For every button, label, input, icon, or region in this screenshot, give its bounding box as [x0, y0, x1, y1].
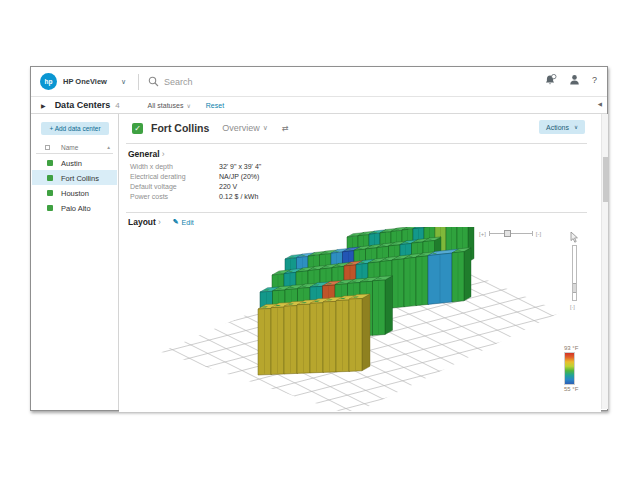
vertical-scrollbar[interactable] — [601, 114, 608, 409]
general-fields: Width x depth32' 9" x 39' 4"Electrical d… — [130, 163, 261, 203]
list-item[interactable]: Fort Collins — [32, 170, 117, 185]
field-row: Electrical deratingNA/JP (20%) — [130, 173, 261, 183]
list-item[interactable]: Houston — [32, 185, 117, 200]
brand-label: HP OneView — [63, 77, 107, 86]
zoom-slider-track[interactable] — [489, 230, 533, 237]
general-section-heading[interactable]: General› — [128, 149, 165, 159]
sidebar: + Add data center Name ▴ AustinFort Coll… — [31, 114, 119, 410]
status-icon — [47, 190, 53, 196]
zoom-slider-handle[interactable] — [504, 230, 511, 237]
help-button[interactable]: ? — [592, 75, 597, 85]
slider-tick — [532, 231, 533, 236]
field-row: Width x depth32' 9" x 39' 4" — [130, 163, 261, 173]
edit-pencil-icon[interactable]: ✎ — [173, 218, 179, 226]
datacenter-name: Fort Collins — [61, 174, 99, 183]
list-item[interactable]: Palo Alto — [32, 200, 117, 215]
legend-min-label: 55 °F — [564, 386, 588, 392]
slider-tick — [489, 231, 490, 236]
sort-arrow-icon[interactable]: ▴ — [107, 144, 110, 150]
field-row: Default voltage220 V — [130, 183, 261, 193]
search-input[interactable]: Search — [164, 77, 193, 87]
layout-section-heading[interactable]: Layout› ✎ Edit — [128, 217, 194, 227]
status-icon — [47, 160, 53, 166]
view-selector-dropdown[interactable]: Overview — [222, 123, 260, 133]
name-column-header[interactable]: Name — [61, 144, 78, 151]
list-header[interactable]: Name ▴ — [36, 141, 113, 154]
chevron-down-icon: ∨ — [186, 102, 190, 109]
field-value: 220 V — [219, 183, 237, 193]
top-bar: hp HP OneView ∨ Search ? — [31, 67, 607, 97]
resource-count: 4 — [115, 101, 119, 110]
cursor-arrow-icon — [570, 232, 579, 243]
general-heading-label: General — [128, 149, 160, 159]
field-row: Power costs0.12 $ / kWh — [130, 193, 261, 203]
brand-menu-chevron-icon[interactable]: ∨ — [121, 78, 126, 86]
temperature-legend: 93 °F 55 °F — [564, 345, 588, 392]
chevron-down-icon: ∨ — [263, 124, 268, 132]
datacenter-name: Houston — [61, 189, 89, 198]
divider — [126, 212, 587, 213]
main-content: ✓ Fort Collins Overview ∨ ⇄ Actions ∨ Ge… — [119, 114, 601, 412]
field-label: Power costs — [130, 193, 219, 203]
status-ok-icon: ✓ — [132, 123, 143, 134]
status-column-icon — [45, 145, 50, 150]
tilt-slider-handle[interactable] — [573, 283, 576, 293]
legend-max-label: 93 °F — [564, 345, 588, 351]
expand-menu-icon[interactable]: ▶ — [41, 102, 46, 109]
hp-logo-icon: hp — [40, 73, 57, 90]
status-icon — [47, 175, 53, 181]
content-header: ✓ Fort Collins Overview ∨ ⇄ — [119, 114, 601, 142]
reset-filter-link[interactable]: Reset — [206, 102, 224, 109]
field-value: NA/JP (20%) — [219, 173, 259, 183]
datacenter-list: AustinFort CollinsHoustonPalo Alto — [32, 155, 117, 215]
app-window: hp HP OneView ∨ Search ? ▶ Data Centers … — [30, 66, 608, 411]
field-label: Width x depth — [130, 163, 219, 173]
collapse-panel-icon[interactable]: ◀ — [598, 101, 602, 107]
datacenter-name: Palo Alto — [61, 204, 91, 213]
map-view-toggle-icon[interactable]: ⇄ — [282, 124, 289, 133]
search-icon — [148, 76, 159, 87]
field-label: Default voltage — [130, 183, 219, 193]
field-value: 32' 9" x 39' 4" — [219, 163, 261, 173]
add-data-center-button[interactable]: + Add data center — [41, 122, 109, 135]
tilt-label: [·] — [570, 304, 575, 310]
filter-bar: ▶ Data Centers 4 All statuses ∨ Reset ◀ — [31, 97, 607, 114]
divider — [138, 74, 139, 90]
scrollbar-thumb[interactable] — [603, 157, 608, 202]
zoom-slider[interactable]: [+] [-] — [479, 230, 541, 237]
actions-button[interactable]: Actions ∨ — [539, 120, 585, 134]
chevron-down-icon: ∨ — [574, 124, 578, 130]
selected-datacenter-title: Fort Collins — [151, 122, 209, 134]
divider — [126, 143, 587, 144]
layout-heading-label: Layout — [128, 217, 156, 227]
datacenter-name: Austin — [61, 159, 82, 168]
layout-3d-scene[interactable] — [121, 227, 599, 411]
status-icon — [47, 205, 53, 211]
zoom-out-label[interactable]: [-] — [536, 231, 541, 237]
status-filter-dropdown[interactable]: All statuses — [148, 102, 184, 109]
alerts-bell-icon[interactable] — [544, 74, 557, 86]
list-item[interactable]: Austin — [32, 155, 117, 170]
field-label: Electrical derating — [130, 173, 219, 183]
actions-label: Actions — [546, 124, 569, 131]
legend-gradient-bar — [564, 352, 575, 385]
user-icon[interactable] — [569, 74, 580, 86]
zoom-in-label[interactable]: [+] — [479, 231, 486, 237]
chevron-right-icon: › — [158, 217, 161, 227]
edit-layout-link[interactable]: Edit — [182, 219, 194, 226]
slider-rail — [489, 233, 533, 234]
chevron-right-icon: › — [162, 149, 165, 159]
page-title: Data Centers — [55, 100, 111, 110]
field-value: 0.12 $ / kWh — [219, 193, 258, 203]
